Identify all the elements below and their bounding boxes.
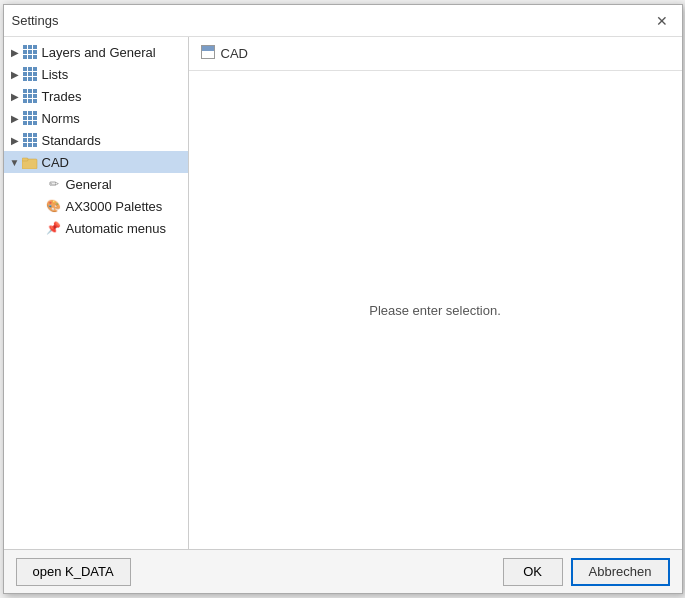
content-area: ▶ Layers and General ▶ <box>4 37 682 549</box>
open-k-data-button[interactable]: open K_DATA <box>16 558 131 586</box>
folder-icon <box>22 154 38 170</box>
header-table-icon <box>201 45 215 62</box>
sidebar-item-cad[interactable]: ▼ CAD <box>4 151 188 173</box>
close-button[interactable]: ✕ <box>650 12 674 30</box>
svg-rect-1 <box>22 158 28 161</box>
expand-arrow: ▼ <box>8 157 22 168</box>
footer: open K_DATA OK Abbrechen <box>4 549 682 593</box>
sidebar-item-label: Automatic menus <box>66 221 166 236</box>
grid-icon <box>22 88 38 104</box>
sidebar-item-standards[interactable]: ▶ Standards <box>4 129 188 151</box>
main-panel: CAD Please enter selection. <box>189 37 682 549</box>
window-title: Settings <box>12 13 59 28</box>
ok-button[interactable]: OK <box>503 558 563 586</box>
expand-arrow: ▶ <box>8 113 22 124</box>
placeholder-text: Please enter selection. <box>369 303 501 318</box>
sidebar-item-norms[interactable]: ▶ Norms <box>4 107 188 129</box>
grid-icon <box>22 132 38 148</box>
grid-icon <box>22 66 38 82</box>
sidebar-item-trades[interactable]: ▶ Trades <box>4 85 188 107</box>
title-bar: Settings ✕ <box>4 5 682 37</box>
sidebar-item-label: Norms <box>42 111 80 126</box>
sidebar-item-label: CAD <box>42 155 69 170</box>
expand-arrow: ▶ <box>8 69 22 80</box>
grid-icon <box>22 110 38 126</box>
main-header: CAD <box>189 37 682 71</box>
footer-left: open K_DATA <box>16 558 131 586</box>
main-header-title: CAD <box>221 46 248 61</box>
sidebar-item-layers-and-general[interactable]: ▶ Layers and General <box>4 41 188 63</box>
sidebar-item-label: Trades <box>42 89 82 104</box>
palette-icon: 🎨 <box>46 198 62 214</box>
sidebar-item-label: Lists <box>42 67 69 82</box>
sidebar: ▶ Layers and General ▶ <box>4 37 189 549</box>
expand-arrow: ▶ <box>8 47 22 58</box>
sidebar-item-label: General <box>66 177 112 192</box>
expand-arrow: ▶ <box>8 135 22 146</box>
settings-window: Settings ✕ ▶ Layers and General ▶ <box>3 4 683 594</box>
sidebar-item-lists[interactable]: ▶ Lists <box>4 63 188 85</box>
sidebar-item-automatic-menus[interactable]: 📌 Automatic menus <box>4 217 188 239</box>
sidebar-item-label: Standards <box>42 133 101 148</box>
sidebar-item-label: AX3000 Palettes <box>66 199 163 214</box>
main-body: Please enter selection. <box>189 71 682 549</box>
expand-arrow: ▶ <box>8 91 22 102</box>
pencil-icon: ✏ <box>46 176 62 192</box>
sidebar-item-general[interactable]: ✏ General <box>4 173 188 195</box>
sidebar-item-label: Layers and General <box>42 45 156 60</box>
grid-icon <box>22 44 38 60</box>
footer-right: OK Abbrechen <box>503 558 670 586</box>
pin-icon: 📌 <box>46 220 62 236</box>
sidebar-item-ax3000-palettes[interactable]: 🎨 AX3000 Palettes <box>4 195 188 217</box>
cancel-button[interactable]: Abbrechen <box>571 558 670 586</box>
